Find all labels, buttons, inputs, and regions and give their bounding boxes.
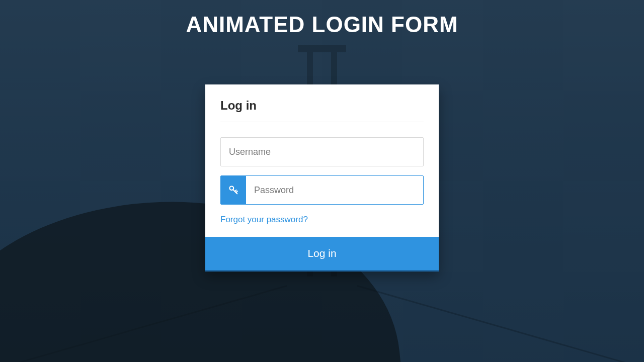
svg-line-2 [236, 191, 237, 193]
username-field-wrapper [220, 137, 424, 166]
key-icon [221, 176, 246, 204]
password-field-wrapper [220, 175, 424, 205]
login-button[interactable]: Log in [205, 237, 439, 270]
username-input[interactable] [221, 138, 423, 166]
submit-bar: Log in [205, 237, 439, 270]
password-input[interactable] [246, 176, 423, 204]
bridge-cable [357, 285, 644, 362]
page-title: ANIMATED LOGIN FORM [0, 12, 644, 37]
forgot-password-link[interactable]: Forgot your password? [220, 215, 308, 225]
card-title: Log in [220, 99, 424, 122]
svg-line-3 [235, 190, 236, 192]
login-card: Log in Forgot your password? [205, 84, 439, 270]
